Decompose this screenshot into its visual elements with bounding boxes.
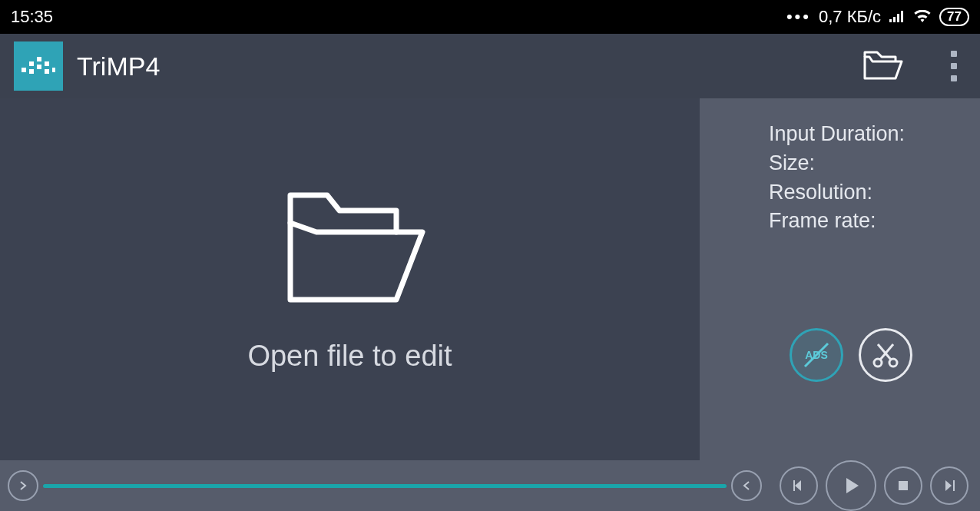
info-panel: Input Duration: Size: Resolution: Frame … <box>700 98 980 460</box>
app-logo-icon <box>14 41 63 91</box>
app-title: TriMP4 <box>77 51 862 81</box>
svg-rect-0 <box>22 68 26 72</box>
input-duration-label: Input Duration: <box>769 120 980 149</box>
timeline-slider[interactable] <box>43 484 727 488</box>
stop-button[interactable] <box>884 466 922 505</box>
svg-rect-7 <box>52 68 55 72</box>
svg-rect-1 <box>29 61 34 66</box>
svg-line-12 <box>880 344 893 360</box>
svg-point-10 <box>874 359 882 367</box>
network-speed: 0,7 КБ/с <box>819 7 881 27</box>
cut-button[interactable] <box>859 328 912 382</box>
open-file-label: Open file to edit <box>247 340 452 373</box>
main-panel: Open file to edit Input Duration: Size: … <box>0 98 980 460</box>
svg-rect-16 <box>953 480 955 491</box>
overflow-menu-button[interactable] <box>951 51 957 81</box>
framerate-label: Frame rate: <box>769 207 980 236</box>
step-back-button[interactable] <box>780 466 818 505</box>
svg-rect-5 <box>45 61 49 66</box>
size-label: Size: <box>769 149 980 178</box>
svg-point-11 <box>889 359 897 367</box>
status-right: ••• 0,7 КБ/с 77 <box>786 7 969 27</box>
svg-rect-6 <box>45 69 49 74</box>
play-button[interactable] <box>826 460 876 511</box>
timeline-collapse-button[interactable] <box>731 470 762 501</box>
timeline-expand-button[interactable] <box>8 470 38 501</box>
step-forward-button[interactable] <box>930 466 968 505</box>
status-time: 15:35 <box>11 7 53 27</box>
open-folder-button[interactable] <box>862 49 905 83</box>
wifi-icon <box>913 10 932 24</box>
svg-rect-2 <box>29 69 34 74</box>
signal-icon <box>889 10 906 24</box>
svg-line-13 <box>878 344 891 360</box>
svg-rect-14 <box>793 480 795 491</box>
folder-open-icon <box>273 186 427 309</box>
app-header: TriMP4 <box>0 34 980 98</box>
remove-ads-button[interactable]: ADS <box>790 328 843 382</box>
open-file-area[interactable]: Open file to edit <box>0 98 700 460</box>
svg-rect-3 <box>37 57 41 61</box>
more-icon: ••• <box>786 7 811 27</box>
action-buttons: ADS <box>700 328 980 382</box>
playback-bar <box>0 460 980 511</box>
status-bar: 15:35 ••• 0,7 КБ/с 77 <box>0 0 980 34</box>
resolution-label: Resolution: <box>769 178 980 207</box>
svg-rect-15 <box>899 481 908 490</box>
battery-icon: 77 <box>939 8 969 26</box>
svg-rect-4 <box>37 65 41 69</box>
